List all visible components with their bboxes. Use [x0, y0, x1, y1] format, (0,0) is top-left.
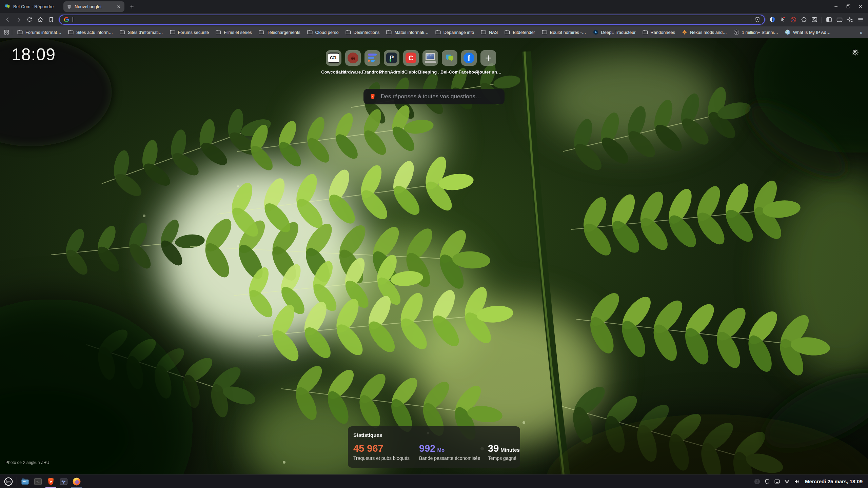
volume-icon[interactable]	[794, 479, 800, 485]
shortcut-frandroid[interactable]: Frandroid	[364, 50, 380, 66]
display-icon[interactable]	[774, 479, 780, 485]
browser-window: Bel-Com - Répondre Nouvel onglet A Forum…	[0, 0, 868, 488]
folder-icon	[386, 29, 392, 35]
tab-belcom[interactable]: Bel-Com - Répondre	[0, 4, 58, 9]
shortcut-facebook[interactable]: fFacebook	[461, 50, 477, 66]
brave-shields-icon[interactable]	[754, 17, 761, 23]
leo-sparkle-icon[interactable]	[847, 16, 853, 23]
bookmark-item[interactable]: Bitdefender	[502, 28, 537, 36]
stat-label: Temps gagné	[488, 455, 520, 461]
newtab-settings-gear-icon[interactable]	[851, 48, 859, 56]
bookmarks-overflow-chevron[interactable]: »	[858, 29, 865, 35]
restore-button[interactable]	[844, 2, 853, 11]
search-box-icon[interactable]	[811, 16, 818, 23]
shortcut-label: Clubic	[404, 69, 418, 75]
brave-search-bar[interactable]: Des réponses à toutes vos questions…	[363, 89, 505, 104]
taskbar-files[interactable]	[19, 475, 32, 488]
folder-icon	[170, 29, 176, 35]
shortcut-cowcotland[interactable]: CCLCowcotland	[326, 50, 341, 66]
tab-nouvel-onglet[interactable]: Nouvel onglet	[63, 1, 124, 12]
bookmark-item[interactable]: Cloud perso	[304, 28, 341, 36]
taskbar: lm>_ Mercredi 25 mars, 18:09	[0, 474, 868, 488]
navigation-toolbar: A	[0, 13, 868, 26]
wifi-icon[interactable]	[784, 479, 790, 485]
minimize-button[interactable]	[831, 2, 841, 11]
bookmark-item[interactable]: Boulot horaires -…	[539, 28, 589, 36]
bookmark-item[interactable]: Films et séries	[213, 28, 254, 36]
folder-icon	[17, 29, 23, 35]
shortcut-label: Bleeping …	[418, 69, 442, 75]
shortcut-hardware[interactable]: eHardware…	[345, 50, 361, 66]
taskbar-mint-menu[interactable]: lm	[2, 475, 15, 488]
forward-button[interactable]	[14, 15, 24, 25]
stat-value: 39	[488, 443, 499, 454]
shortcut-phonandroid[interactable]: PPhonAdroid	[384, 50, 399, 66]
shortcut-label: Ajouter un…	[475, 69, 501, 75]
puzzle-icon[interactable]	[801, 16, 807, 23]
shortcut-belcom[interactable]: Bel-Com	[442, 50, 457, 66]
shortcut-bleeping[interactable]: C:\>_Bleeping …	[422, 50, 438, 66]
facebook-icon: f	[463, 53, 474, 63]
home-button[interactable]	[35, 15, 45, 25]
bookmark-label: 1 million+ Stunni…	[742, 30, 778, 35]
folder-icon	[68, 29, 74, 35]
taskbar-firefox[interactable]	[70, 475, 83, 488]
new-tab-button[interactable]	[127, 2, 136, 11]
menu-icon[interactable]	[857, 16, 864, 23]
bookmark-item[interactable]: DeepL Traducteur	[590, 28, 638, 36]
cowcotland-icon: CCL	[328, 53, 339, 63]
taskbar-datetime[interactable]: Mercredi 25 mars, 18:09	[805, 479, 866, 484]
bookmark-item[interactable]: Désinfections	[343, 28, 382, 36]
globe-icon	[785, 29, 791, 35]
bookmark-item[interactable]: Forums informat…	[15, 28, 64, 36]
tab-title: Bel-Com - Répondre	[13, 4, 54, 9]
back-button[interactable]	[3, 15, 13, 25]
stat-label: Traqueurs et pubs bloqués	[353, 455, 419, 461]
shortcut-clubic[interactable]: CClubic	[403, 50, 419, 66]
taskbar-brave[interactable]	[44, 475, 57, 488]
bookmark-item[interactable]: 1 million+ Stunni…	[731, 28, 781, 36]
folder-icon	[642, 29, 648, 35]
shortcut-add[interactable]: +Ajouter un…	[480, 50, 496, 66]
pointer-flag-icon[interactable]	[780, 16, 786, 23]
stat-value: 45 967	[353, 443, 383, 454]
bookmark-item[interactable]: Sites d'informati…	[117, 28, 165, 36]
folder-icon	[215, 29, 221, 35]
bookmark-item[interactable]: Matos informati…	[383, 28, 431, 36]
tab-strip: Bel-Com - Répondre Nouvel onglet	[0, 0, 868, 13]
tab-close-icon[interactable]	[116, 4, 121, 9]
apps-grid-icon[interactable]	[3, 29, 9, 35]
wallet-icon[interactable]	[836, 16, 843, 23]
brave-shield-favicon-icon	[66, 4, 72, 9]
bitdefender-shield-icon[interactable]	[769, 16, 776, 23]
sidebar-icon[interactable]	[826, 16, 832, 23]
bookmark-label: Désinfections	[354, 30, 380, 35]
bookmark-item[interactable]: NAS	[478, 28, 500, 36]
taskbar-terminal[interactable]: >_	[32, 475, 44, 488]
bluetooth-icon[interactable]	[754, 478, 761, 485]
bookmark-item[interactable]: Sites actu inform…	[65, 28, 115, 36]
bookmark-item[interactable]: Téléchargements	[256, 28, 303, 36]
stat-item: 992MoBande passante économisée	[419, 444, 488, 461]
bookmarks-bar: Forums informat…Sites actu inform…Sites …	[0, 26, 868, 38]
stock-circle-icon	[733, 29, 739, 35]
bookmark-label: Sites d'informati…	[128, 30, 163, 35]
bookmark-item[interactable]: Forums sécurité	[167, 28, 212, 36]
bookmark-item[interactable]: Dépannage info	[433, 28, 476, 36]
bookmark-label: Films et séries	[224, 30, 252, 35]
bookmark-item[interactable]: What Is My IP Ad…	[782, 28, 833, 36]
bookmark-button[interactable]	[46, 15, 56, 25]
close-button[interactable]	[856, 2, 865, 11]
svg-text:>_: >_	[36, 480, 40, 484]
bookmark-item[interactable]: Randonnées	[640, 28, 678, 36]
address-bar[interactable]	[59, 15, 765, 25]
taskbar-system-monitor[interactable]	[57, 475, 70, 488]
reload-button[interactable]	[24, 15, 35, 25]
bookmark-label: Nexus mods and…	[690, 30, 727, 35]
ad-block-icon[interactable]: A	[790, 16, 797, 23]
taskbar-separator	[17, 477, 17, 486]
bookmark-item[interactable]: Nexus mods and…	[679, 28, 729, 36]
deepl-icon	[593, 29, 599, 35]
shield-icon[interactable]	[764, 479, 770, 485]
window-controls	[831, 2, 868, 11]
